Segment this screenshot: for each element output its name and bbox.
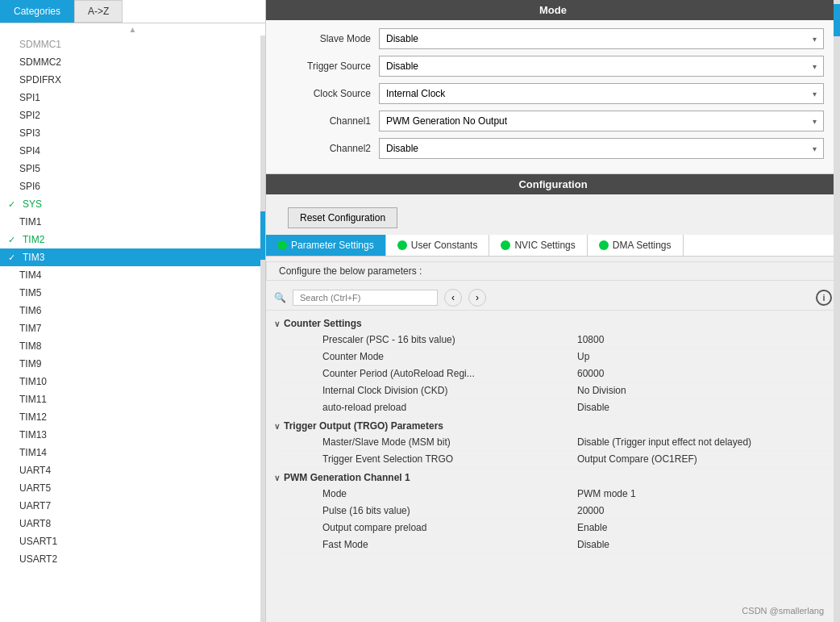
param-name: Prescaler (PSC - 16 bits value) bbox=[322, 334, 577, 345]
sidebar-item-tim1[interactable]: TIM1 bbox=[0, 213, 265, 231]
mode-row-channel2: Channel2Disable▾ bbox=[282, 138, 824, 159]
sidebar-item-spi5[interactable]: SPI5 bbox=[0, 160, 265, 177]
param-row: ModePWM mode 1 bbox=[274, 486, 832, 503]
sidebar-item-label: USART2 bbox=[19, 553, 57, 565]
config-tab-nvic-settings[interactable]: NVIC Settings bbox=[489, 235, 587, 256]
config-tab-user-constants[interactable]: User Constants bbox=[386, 235, 490, 256]
param-value: Output Compare (OC1REF) bbox=[577, 453, 832, 465]
sidebar-item-label: SPI4 bbox=[19, 145, 40, 157]
sidebar-item-sdmmc1[interactable]: SDMMC1 bbox=[0, 35, 265, 53]
tab-label: DMA Settings bbox=[613, 240, 672, 251]
sidebar-item-tim9[interactable]: TIM9 bbox=[0, 355, 265, 373]
sidebar-item-label: TIM7 bbox=[19, 323, 41, 334]
dropdown-arrow-icon: ▾ bbox=[813, 90, 817, 98]
param-value: Disable bbox=[577, 402, 832, 413]
search-icon: 🔍 bbox=[274, 292, 286, 303]
mode-label-slave-mode: Slave Mode bbox=[282, 33, 379, 44]
param-row: Trigger Event Selection TRGOOutput Compa… bbox=[274, 451, 832, 468]
param-value: Disable (Trigger input effect not delaye… bbox=[577, 436, 832, 448]
sidebar-item-tim2[interactable]: ✓TIM2 bbox=[0, 231, 265, 248]
param-row: Master/Slave Mode (MSM bit)Disable (Trig… bbox=[274, 434, 832, 451]
sidebar-item-label: TIM1 bbox=[19, 216, 41, 228]
sidebar-item-label: UART5 bbox=[19, 482, 51, 494]
mode-value-channel1: PWM Generation No Output bbox=[386, 115, 507, 127]
tab-label: Parameter Settings bbox=[291, 240, 374, 251]
tab-atoz[interactable]: A->Z bbox=[74, 0, 123, 23]
tab-active-icon bbox=[501, 240, 510, 250]
sidebar-item-sys[interactable]: ✓SYS bbox=[0, 195, 265, 213]
search-next-button[interactable]: › bbox=[468, 289, 486, 307]
sidebar-item-spi4[interactable]: SPI4 bbox=[0, 142, 265, 160]
param-name: Trigger Event Selection TRGO bbox=[322, 453, 577, 465]
mode-row-slave-mode: Slave ModeDisable▾ bbox=[282, 28, 824, 49]
sidebar-item-label: SPI1 bbox=[19, 92, 40, 103]
sidebar-item-uart7[interactable]: UART7 bbox=[0, 497, 265, 515]
mode-select-slave-mode[interactable]: Disable▾ bbox=[379, 28, 824, 49]
sidebar-item-tim3[interactable]: ✓TIM3 bbox=[0, 248, 265, 266]
config-tab-dma-settings[interactable]: DMA Settings bbox=[588, 235, 684, 256]
sidebar-item-uart4[interactable]: UART4 bbox=[0, 461, 265, 479]
sidebar-item-tim5[interactable]: TIM5 bbox=[0, 284, 265, 302]
param-group-pwm-channel1[interactable]: ∨PWM Generation Channel 1 bbox=[274, 468, 832, 486]
tab-categories[interactable]: Categories bbox=[0, 0, 74, 23]
sidebar-item-label: TIM11 bbox=[19, 394, 47, 405]
mode-row-channel1: Channel1PWM Generation No Output▾ bbox=[282, 111, 824, 131]
sidebar-item-spi1[interactable]: SPI1 bbox=[0, 89, 265, 106]
mode-header: Mode bbox=[266, 0, 840, 20]
search-prev-button[interactable]: ‹ bbox=[444, 289, 462, 307]
mode-label-trigger-source: Trigger Source bbox=[282, 61, 379, 72]
sidebar-item-sdmmc2[interactable]: SDMMC2 bbox=[0, 53, 265, 71]
sidebar-item-spi2[interactable]: SPI2 bbox=[0, 106, 265, 124]
mode-select-channel1[interactable]: PWM Generation No Output▾ bbox=[379, 111, 824, 131]
reset-config-button[interactable]: Reset Configuration bbox=[288, 207, 397, 228]
main-content: Mode Slave ModeDisable▾Trigger SourceDis… bbox=[266, 0, 840, 622]
sidebar-item-usart2[interactable]: USART2 bbox=[0, 550, 265, 568]
param-group-label: PWM Generation Channel 1 bbox=[284, 472, 410, 483]
sidebar-item-label: TIM8 bbox=[19, 340, 41, 352]
watermark: CSDN @smallerlang bbox=[742, 606, 824, 616]
sidebar-item-spdifrx[interactable]: SPDIFRX bbox=[0, 71, 265, 89]
param-group-counter-settings[interactable]: ∨Counter Settings bbox=[274, 314, 832, 332]
dropdown-arrow-icon: ▾ bbox=[813, 35, 817, 44]
sidebar-item-label: SYS bbox=[23, 198, 42, 210]
sidebar-item-tim11[interactable]: TIM11 bbox=[0, 390, 265, 408]
sidebar-item-label: TIM10 bbox=[19, 376, 47, 387]
mode-label-channel1: Channel1 bbox=[282, 115, 379, 127]
sidebar-item-tim13[interactable]: TIM13 bbox=[0, 426, 265, 444]
sidebar-scrollbar-thumb bbox=[260, 211, 265, 260]
sidebar-item-tim10[interactable]: TIM10 bbox=[0, 373, 265, 390]
right-scrollbar[interactable] bbox=[834, 0, 840, 622]
sidebar-scrollbar[interactable] bbox=[260, 35, 265, 622]
sidebar-item-label: TIM12 bbox=[19, 411, 47, 423]
sidebar-item-tim12[interactable]: TIM12 bbox=[0, 408, 265, 426]
sidebar-item-uart8[interactable]: UART8 bbox=[0, 515, 265, 532]
param-value: Up bbox=[577, 351, 832, 362]
param-group-label: Trigger Output (TRGO) Parameters bbox=[284, 420, 443, 432]
sidebar-item-label: UART4 bbox=[19, 465, 51, 476]
sidebar: Categories A->Z ▲ SDMMC1SDMMC2SPDIFRXSPI… bbox=[0, 0, 266, 622]
sidebar-item-label: SPI6 bbox=[19, 181, 40, 192]
mode-label-channel2: Channel2 bbox=[282, 143, 379, 154]
mode-select-channel2[interactable]: Disable▾ bbox=[379, 138, 824, 159]
mode-select-clock-source[interactable]: Internal Clock▾ bbox=[379, 83, 824, 104]
sidebar-item-tim8[interactable]: TIM8 bbox=[0, 337, 265, 355]
mode-select-trigger-source[interactable]: Disable▾ bbox=[379, 56, 824, 77]
sidebar-item-tim4[interactable]: TIM4 bbox=[0, 266, 265, 284]
sidebar-item-tim6[interactable]: TIM6 bbox=[0, 302, 265, 319]
info-icon: i bbox=[816, 290, 832, 306]
sidebar-item-uart5[interactable]: UART5 bbox=[0, 479, 265, 497]
param-row: Prescaler (PSC - 16 bits value)10800 bbox=[274, 332, 832, 349]
checkmark-icon: ✓ bbox=[8, 253, 18, 263]
search-input[interactable] bbox=[293, 290, 438, 306]
sidebar-item-tim7[interactable]: TIM7 bbox=[0, 319, 265, 337]
config-tab-param-settings[interactable]: Parameter Settings bbox=[266, 235, 386, 256]
sidebar-item-tim14[interactable]: TIM14 bbox=[0, 444, 265, 461]
param-group-trigger-output[interactable]: ∨Trigger Output (TRGO) Parameters bbox=[274, 416, 832, 434]
param-row: Fast ModeDisable bbox=[274, 536, 832, 553]
sidebar-item-usart1[interactable]: USART1 bbox=[0, 532, 265, 550]
sidebar-item-label: TIM5 bbox=[19, 287, 41, 298]
sidebar-item-spi6[interactable]: SPI6 bbox=[0, 177, 265, 195]
param-name: Mode bbox=[322, 488, 577, 499]
sidebar-item-spi3[interactable]: SPI3 bbox=[0, 124, 265, 142]
sidebar-item-label: SPI5 bbox=[19, 163, 40, 174]
